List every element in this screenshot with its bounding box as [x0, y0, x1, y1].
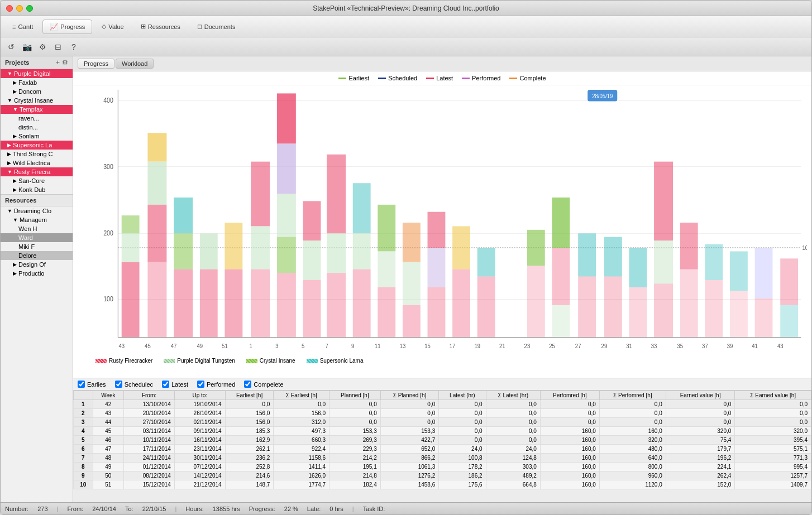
sidebar-item-san-core[interactable]: ▶ San-Core: [1, 176, 73, 185]
table-cell-r7-c1: 49: [93, 463, 123, 471]
table-row: 34427/10/201402/11/2014156,0312,00,00,00…: [74, 418, 811, 427]
add-project-icon[interactable]: +: [56, 59, 60, 66]
legend-scheduled: Scheduled: [378, 75, 417, 81]
table-cell-r3-c9: 0,0: [486, 427, 540, 436]
table-cell-r2-c7: 0,0: [380, 418, 439, 427]
bar-41-base: [755, 298, 773, 338]
checkbox-schedulec[interactable]: Schedulec: [115, 381, 153, 388]
purple-color: [164, 359, 175, 363]
table-cell-r3-c12: 320,0: [666, 427, 735, 436]
sidebar-item-tempfax[interactable]: ▼ Tempfax: [1, 105, 73, 114]
table-cell-r9-c2: 15/12/2014: [124, 480, 175, 489]
table-cell-r8-c1: 50: [93, 471, 123, 480]
sidebar-item-supersonic[interactable]: ▶ Supersonic La: [1, 141, 73, 150]
table-cell-r6-c3: 30/11/2014: [174, 454, 225, 463]
bar-13-green: [403, 262, 421, 305]
table-cell-r5-c7: 652,0: [380, 445, 439, 454]
svg-text:51: 51: [222, 342, 228, 349]
expand-icon: ▶: [13, 262, 17, 267]
sidebar-item-crystal-insane[interactable]: ▼ Crystal Insane: [1, 96, 73, 105]
svg-text:11: 11: [375, 342, 381, 349]
sidebar-item-dreaming-clo[interactable]: ▼ Dreaming Clo: [1, 206, 73, 215]
table-cell-r2-c5: 312,0: [274, 418, 329, 427]
sidebar-item-rusty-firecra[interactable]: ▼ Rusty Firecra: [1, 167, 73, 176]
sidebar-item-doncom[interactable]: ▶ Doncom: [1, 87, 73, 96]
table-row: 14213/10/201419/10/20140,00,00,00,00,00,…: [74, 400, 811, 409]
sidebar-item-sonlam[interactable]: ▶ Sonlam: [1, 132, 73, 141]
svg-text:31: 31: [626, 342, 632, 349]
minimize-button[interactable]: [16, 5, 23, 12]
sidebar-item-delore[interactable]: Delore: [1, 251, 73, 260]
svg-text:400: 400: [103, 96, 113, 104]
table-cell-r9-c4: 148,7: [225, 480, 274, 489]
sidebar-item-purple-digital[interactable]: ▼ Purple Digital: [1, 69, 73, 78]
tab-documents[interactable]: ◻ Documents: [190, 20, 243, 34]
sidebar-item-wen-h[interactable]: Wen H: [1, 224, 73, 233]
table-cell-r5-c13: 575,1: [735, 445, 811, 454]
bar-9-teal: [353, 183, 371, 233]
tab-gantt[interactable]: ≡ Gantt: [5, 20, 40, 34]
sidebar-item-miki-f[interactable]: Miki F: [1, 242, 73, 251]
bar-17-base: [452, 269, 470, 338]
maximize-button[interactable]: [26, 5, 33, 12]
project-settings-icon[interactable]: ⚙: [62, 59, 68, 66]
sidebar-item-raven[interactable]: raven...: [1, 114, 73, 123]
table-cell-r8-c7: 1276,2: [380, 471, 439, 480]
bar-19-teal: [477, 248, 495, 276]
checkbox-performed[interactable]: Performed: [197, 381, 235, 388]
checkbox-complete[interactable]: Compelete: [244, 381, 283, 388]
grid-icon[interactable]: ⊟: [52, 41, 64, 53]
subtab-workload[interactable]: Workload: [116, 59, 154, 69]
expand-icon: ▼: [13, 217, 18, 223]
bar-37-teal: [705, 244, 723, 280]
chart-container: 400 300 200 100 100%: [73, 85, 811, 378]
bar-19-base: [477, 276, 495, 337]
sidebar-item-distin[interactable]: distin...: [1, 123, 73, 132]
tab-progress[interactable]: 📈 Progress: [42, 20, 92, 34]
bar-11-purple: [378, 251, 395, 287]
subtab-progress[interactable]: Progress: [78, 59, 114, 69]
bar-3-lime: [277, 237, 296, 273]
sidebar-item-wild-electrical[interactable]: ▶ Wild Electrica: [1, 158, 73, 167]
camera-icon[interactable]: 📷: [21, 41, 33, 53]
svg-text:200: 200: [103, 229, 113, 237]
sidebar-item-design-of[interactable]: ▶ Design Of: [1, 260, 73, 269]
number-label: Number:: [5, 506, 28, 512]
sidebar-item-managem[interactable]: ▼ Managem: [1, 215, 73, 224]
svg-text:13: 13: [400, 342, 406, 349]
sidebar-item-ward[interactable]: Ward: [1, 233, 73, 242]
titlebar: StakePoint «Technical-Preview»: Dreaming…: [1, 1, 811, 16]
bar-23-lime: [527, 230, 545, 266]
data-table-wrapper[interactable]: Week From: Up to: Earliest [h] Σ Earlies…: [73, 391, 811, 502]
close-button[interactable]: [6, 5, 13, 12]
sidebar-item-third-strong[interactable]: ▶ Third Strong C: [1, 150, 73, 158]
table-cell-r1-c6: 0,0: [329, 409, 381, 418]
sidebar-item-productio[interactable]: ▶ Productio: [1, 269, 73, 278]
tab-value[interactable]: ◇ Value: [94, 20, 131, 34]
to-value: 22/10/15: [142, 506, 166, 512]
table-cell-r5-c3: 23/11/2014: [174, 445, 225, 454]
series-purple: Purple Digital Tungsten: [164, 358, 235, 364]
checkbox-earlies[interactable]: Earlies: [78, 381, 106, 388]
bar-27-teal: [578, 233, 596, 276]
table-cell-r3-c0: 4: [74, 427, 93, 436]
bar-5-base: [303, 280, 321, 338]
tab-ressources[interactable]: ⊞ Ressources: [133, 20, 188, 34]
checkbox-latest[interactable]: Latest: [162, 381, 188, 388]
table-row: 84901/12/201407/12/2014252,81411,4195,11…: [74, 463, 811, 471]
refresh-icon[interactable]: ↺: [5, 41, 17, 53]
help-icon[interactable]: ?: [68, 41, 80, 53]
table-cell-r0-c2: 13/10/2014: [124, 400, 175, 409]
bar-49-red: [200, 269, 218, 338]
table-cell-r4-c11: 320,0: [599, 436, 666, 445]
from-value: 24/10/14: [92, 506, 116, 512]
sidebar-header-icons: + ⚙: [56, 59, 68, 66]
sidebar-item-faxlab[interactable]: ▶ Faxlab: [1, 78, 73, 87]
performed-legend-color: [462, 78, 470, 79]
bar-47-green: [174, 233, 193, 269]
table-cell-r6-c8: 100,8: [439, 454, 486, 463]
settings-icon[interactable]: ⚙: [36, 41, 49, 53]
sidebar-item-konk-dub[interactable]: ▶ Konk Dub: [1, 185, 73, 194]
projects-label: Projects: [5, 59, 29, 66]
series-supersonic: Supersonic Lama: [307, 358, 364, 364]
